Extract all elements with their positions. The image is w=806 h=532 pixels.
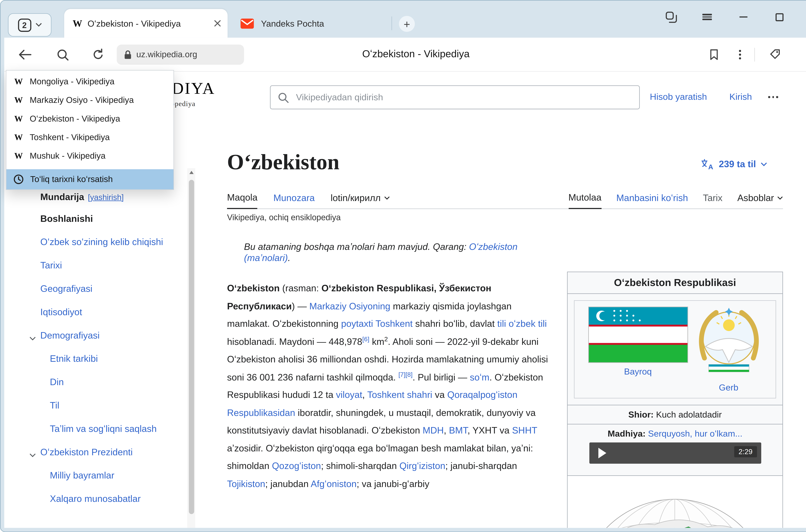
toc-item[interactable]: Oʻzbekiston Prezidenti	[40, 446, 179, 458]
scrollbar-thumb[interactable]	[189, 180, 194, 514]
toc-item[interactable]: Etnik tarkibi	[50, 353, 179, 365]
chevron-down-icon[interactable]	[29, 332, 36, 344]
toc-item-label: Milliy bayramlar	[50, 470, 114, 481]
toc-hide-link[interactable]: [yashirish]	[88, 193, 123, 202]
toc-item[interactable]: Taʼlim va sogʻliqni saqlash	[50, 423, 179, 435]
tab-active-wikipedia[interactable]: W Oʻzbekiston - Vikipediya	[64, 9, 228, 38]
minimize-button[interactable]	[737, 11, 750, 23]
toc-item[interactable]: Geografiyasi	[40, 283, 179, 295]
wiki-search-input[interactable]	[270, 86, 639, 109]
history-menu-item[interactable]: WToshkent - Vikipediya	[6, 128, 173, 146]
location-map	[568, 475, 783, 528]
history-menu-item[interactable]: WOʻzbekiston - Vikipediya	[6, 109, 173, 128]
globe-map-image[interactable]	[575, 482, 775, 528]
anthem-link[interactable]: Serquyosh, hur oʻlkam...	[648, 429, 743, 438]
tab-title: Yandeks Pochta	[261, 18, 324, 28]
menu-icon[interactable]	[701, 11, 713, 23]
tab-counter-button[interactable]: 2	[8, 13, 52, 37]
audio-player[interactable]: 2:29	[589, 442, 761, 464]
article-link[interactable]: Toshkent shahri	[367, 389, 432, 400]
tab-maqola[interactable]: Maqola	[227, 192, 257, 209]
scroll-up-arrow[interactable]	[189, 171, 193, 174]
article-bold-text: Oʻzbekiston	[227, 283, 280, 293]
article-link[interactable]: Qirgʻiziston	[400, 460, 445, 471]
flag-caption-link[interactable]: Bayroq	[624, 366, 652, 376]
toc-item[interactable]: Xalqaro munosabatlar	[50, 493, 179, 505]
history-menu-item[interactable]: WMushuk - Vikipediya	[6, 146, 173, 165]
article-link[interactable]: MDH	[423, 425, 444, 436]
history-menu-item[interactable]: WMongoliya - Vikipediya	[6, 72, 173, 91]
article-link[interactable]: SHHT	[512, 425, 537, 436]
motto-row: Shior: Kuch adolatdadir	[568, 405, 783, 424]
page-title: Oʻzbekiston - Vikipediya	[253, 48, 578, 60]
tab-asboblar[interactable]: Asboblar	[737, 192, 783, 208]
toc-item[interactable]: Boshlanishi	[40, 213, 179, 225]
close-tab-icon[interactable]	[214, 20, 221, 27]
wikipedia-favicon: W	[14, 77, 23, 86]
article-link[interactable]: Qozogʻiston	[272, 460, 321, 471]
uzbekistan-flag-image[interactable]	[589, 307, 687, 362]
article-link[interactable]: viloyat	[336, 389, 362, 400]
lock-icon	[124, 50, 132, 59]
reload-icon[interactable]	[90, 47, 106, 63]
article-text: km	[369, 336, 384, 347]
tab-count: 2	[18, 18, 31, 32]
article-link[interactable]: tili oʻzbek tili	[497, 318, 547, 329]
toolbar-divider	[754, 48, 755, 62]
clock-icon	[13, 174, 24, 185]
toc-item[interactable]: Demografiyasi	[40, 329, 179, 342]
search-icon[interactable]	[55, 47, 71, 63]
toc-item-label: Iqtisodiyot	[40, 307, 82, 317]
sidebar-panel-icon[interactable]	[665, 11, 677, 23]
toc-item[interactable]: Tarixi	[40, 260, 179, 272]
address-bar[interactable]: uz.wikipedia.org	[117, 44, 244, 65]
article-link[interactable]: Tojikiston	[227, 478, 265, 489]
downloads-icon[interactable]	[804, 46, 806, 62]
play-icon[interactable]	[598, 448, 606, 458]
browser-action-icon[interactable]	[767, 46, 783, 62]
article-link[interactable]: BMT	[449, 425, 467, 436]
tab-yandex-mail[interactable]: Yandeks Pochta	[232, 9, 389, 38]
toc-item[interactable]: Iqtisodiyot	[40, 306, 179, 318]
login-link[interactable]: Kirish	[729, 92, 752, 102]
maximize-button[interactable]	[773, 11, 786, 23]
chevron-down-icon	[777, 196, 783, 200]
show-full-history-item[interactable]: Toʻliq tarixni koʻrsatish	[6, 169, 173, 189]
tab-script-switcher[interactable]: lotin/кирилл	[331, 192, 390, 208]
back-button[interactable]	[17, 47, 33, 63]
create-account-link[interactable]: Hisob yaratish	[650, 92, 707, 102]
history-menu-item-label: Mushuk - Vikipediya	[30, 151, 105, 160]
article-lead-paragraph: Oʻzbekiston (rasman: Oʻzbekiston Respubl…	[227, 280, 556, 493]
toc-item[interactable]: Din	[50, 376, 179, 388]
tab-munozara[interactable]: Munozara	[273, 192, 315, 208]
toc-scrollbar[interactable]	[187, 168, 195, 528]
history-dropdown: WMongoliya - VikipediyaWMarkaziy Osiyo -…	[6, 70, 174, 190]
reference-link[interactable]: [7][8]	[398, 370, 412, 378]
wikipedia-favicon: W	[14, 95, 23, 105]
wikipedia-favicon: W	[73, 18, 82, 29]
tab-view-source[interactable]: Manbasini koʻrish	[616, 192, 688, 208]
reference-link[interactable]: [6]	[362, 335, 369, 343]
ellipsis-menu-icon[interactable]	[768, 96, 778, 98]
tab-mutolaa[interactable]: Mutolaa	[569, 192, 601, 209]
bookmark-icon[interactable]	[706, 47, 722, 63]
article-link[interactable]: Afgʻoniston	[311, 478, 357, 489]
toc-item[interactable]: Milliy bayramlar	[50, 470, 179, 482]
toc-item[interactable]: Til	[50, 399, 179, 412]
uzbekistan-emblem-image[interactable]	[696, 307, 762, 376]
infobox: Oʻzbekiston Respublikasi	[567, 272, 783, 528]
new-tab-button[interactable]: +	[399, 16, 415, 32]
history-menu-item[interactable]: WMarkaziy Osiyo - Vikipediya	[6, 91, 173, 109]
article-link[interactable]: soʻm	[470, 372, 490, 382]
tab-tarix[interactable]: Tarix	[703, 192, 723, 208]
article-title: Oʻzbekiston	[227, 149, 339, 175]
emblem-caption-link[interactable]: Gerb	[719, 383, 738, 392]
article-link[interactable]: Markaziy Osiyoning	[309, 301, 390, 311]
language-selector-button[interactable]: A 239 ta til	[701, 159, 767, 170]
kebab-menu-icon[interactable]	[732, 47, 748, 63]
article-text: ; shimoli-sharqdan	[321, 460, 400, 471]
toc-item[interactable]: Oʻzbek soʻzining kelib chiqishi	[40, 236, 179, 248]
chevron-down-icon[interactable]	[29, 449, 36, 461]
toc-item-label: Oʻzbekiston Prezidenti	[40, 447, 133, 457]
article-link[interactable]: poytaxti Toshkent	[341, 318, 413, 329]
